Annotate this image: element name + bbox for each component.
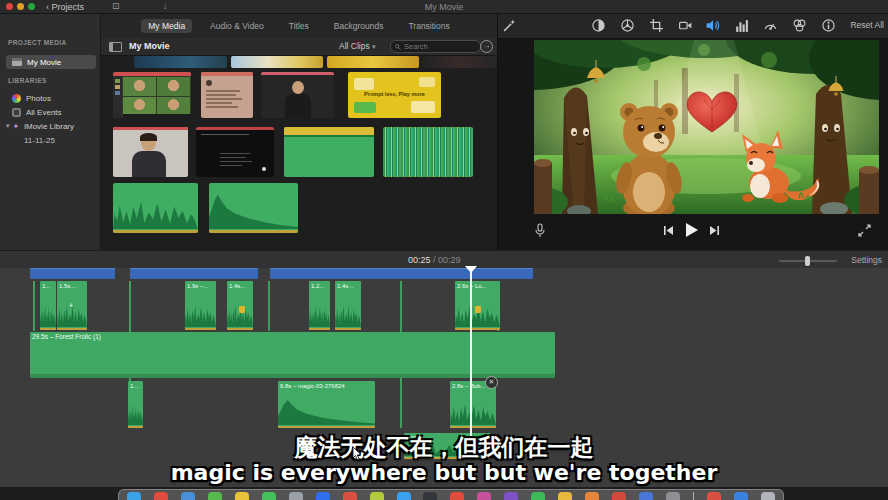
record-voiceover-icon[interactable] bbox=[534, 223, 546, 239]
media-thumbnail-webcam[interactable] bbox=[261, 72, 334, 118]
sidebar-item-my-movie[interactable]: My Movie bbox=[6, 55, 96, 69]
clip-bottom-strip bbox=[227, 328, 253, 330]
dock-app-icon[interactable] bbox=[450, 492, 464, 500]
settings-button[interactable]: Settings bbox=[851, 255, 882, 265]
timeline-clip[interactable]: 1... bbox=[40, 281, 56, 330]
media-thumbnail-collage[interactable] bbox=[113, 72, 191, 118]
media-thumbnail[interactable] bbox=[134, 56, 227, 68]
dock-app-icon[interactable] bbox=[558, 492, 572, 500]
media-thumbnail[interactable] bbox=[327, 56, 419, 68]
filters-icon[interactable] bbox=[792, 18, 807, 33]
media-thumbnail-document[interactable] bbox=[201, 72, 253, 118]
dock-app-icon[interactable] bbox=[316, 492, 330, 500]
sidebar-item-all-events[interactable]: All Events bbox=[6, 105, 96, 119]
timeline-clip[interactable]: 1.5s...+ bbox=[57, 281, 87, 330]
media-thumbnail-audio[interactable] bbox=[383, 127, 473, 177]
play-icon[interactable] bbox=[685, 222, 699, 238]
dock-app-icon[interactable] bbox=[289, 492, 303, 500]
imovie-window: ‹ Projects ⊡ ↓ My Movie PROJECT MEDIA My… bbox=[0, 0, 888, 500]
audio-waveform bbox=[450, 396, 496, 425]
dock-app-icon[interactable] bbox=[154, 492, 168, 500]
dock-app-icon[interactable] bbox=[343, 492, 357, 500]
timeline-segment-bar[interactable] bbox=[130, 268, 258, 279]
clip-close-button[interactable]: ✕ bbox=[485, 376, 498, 389]
dock-app-icon[interactable] bbox=[707, 492, 721, 500]
timeline-clip[interactable]: 2.6s – Lu... bbox=[455, 281, 500, 330]
media-thumbnail-webcam[interactable] bbox=[113, 127, 188, 177]
thumbnail-caption: Prompt less, Play more bbox=[348, 91, 441, 97]
info-icon[interactable] bbox=[821, 18, 836, 33]
macos-dock[interactable] bbox=[118, 489, 784, 500]
search-input[interactable] bbox=[404, 42, 464, 51]
dock-app-icon[interactable] bbox=[531, 492, 545, 500]
media-thumbnail-terminal[interactable] bbox=[196, 127, 274, 177]
sidebar-item-imovie-library[interactable]: ▾ ✦ iMovie Library bbox=[6, 119, 96, 133]
dock-app-icon[interactable] bbox=[423, 492, 437, 500]
media-thumbnail-audio[interactable] bbox=[113, 183, 198, 233]
skip-forward-icon[interactable] bbox=[709, 225, 720, 236]
color-balance-icon[interactable] bbox=[591, 18, 606, 33]
timeline-segment-bar[interactable] bbox=[30, 268, 115, 279]
sidebar-item-library-date[interactable]: 11-11-25 bbox=[6, 133, 96, 147]
timeline-clip[interactable]: 6.8s – magic-03-276824 bbox=[278, 381, 375, 428]
dock-app-icon[interactable] bbox=[612, 492, 626, 500]
dock-app-icon[interactable] bbox=[127, 492, 141, 500]
playhead[interactable] bbox=[470, 266, 472, 457]
sidebar-toggle-icon[interactable] bbox=[109, 42, 122, 52]
tab-titles[interactable]: Titles bbox=[282, 19, 316, 33]
video-preview[interactable] bbox=[534, 40, 879, 214]
media-thumbnail[interactable] bbox=[423, 56, 497, 68]
volume-icon[interactable] bbox=[705, 18, 720, 33]
crop-icon[interactable] bbox=[649, 18, 664, 33]
timeline-clip[interactable]: 1.9s –... bbox=[185, 281, 216, 330]
timeline-clip[interactable]: 2.8s – Bob...✕ bbox=[450, 381, 496, 428]
media-thumbnail[interactable] bbox=[231, 56, 323, 68]
timeline-clip[interactable]: 1... bbox=[128, 381, 143, 428]
preview-controls bbox=[498, 216, 888, 250]
clip-label: 6.8s – magic-03-276824 bbox=[278, 381, 375, 391]
search-box[interactable] bbox=[390, 40, 481, 53]
fullscreen-icon[interactable] bbox=[858, 224, 871, 237]
speed-icon[interactable] bbox=[763, 18, 778, 33]
magic-wand-icon[interactable] bbox=[502, 18, 517, 33]
dock-app-icon[interactable] bbox=[262, 492, 276, 500]
dock-app-icon[interactable] bbox=[235, 492, 249, 500]
dock-app-icon[interactable] bbox=[397, 492, 411, 500]
dock-app-icon[interactable] bbox=[666, 492, 680, 500]
dock-app-icon[interactable] bbox=[585, 492, 599, 500]
dock-app-icon[interactable] bbox=[370, 492, 384, 500]
timeline-clip[interactable]: 1.4s... bbox=[335, 281, 361, 330]
dock-app-icon[interactable] bbox=[761, 492, 775, 500]
tab-backgrounds[interactable]: Backgrounds bbox=[327, 19, 391, 33]
media-thumbnail-audio[interactable] bbox=[209, 183, 298, 233]
timeline-segment-bar[interactable] bbox=[270, 268, 533, 279]
stabilization-icon[interactable] bbox=[678, 18, 693, 33]
chevron-down-icon[interactable]: ▾ bbox=[6, 122, 10, 130]
clip-bottom-strip bbox=[455, 328, 500, 330]
timeline-clip[interactable]: 29.5s – Forest Frolic (1) bbox=[30, 332, 555, 378]
timeline-clip[interactable]: 1.4s... bbox=[227, 281, 253, 330]
color-wheel-icon[interactable] bbox=[620, 18, 635, 33]
tab-audio-video[interactable]: Audio & Video bbox=[203, 19, 271, 33]
clips-filter-dropdown[interactable]: All Clips ▾ bbox=[339, 41, 376, 51]
timeline-zoom-slider[interactable] bbox=[779, 260, 837, 262]
sidebar-item-photos[interactable]: Photos bbox=[6, 91, 96, 105]
tab-my-media[interactable]: My Media bbox=[141, 19, 192, 33]
timeline-clip[interactable]: 1.2... bbox=[309, 281, 330, 330]
dock-app-icon[interactable] bbox=[504, 492, 518, 500]
playhead-handle[interactable] bbox=[465, 266, 477, 273]
forward-arrow-icon[interactable]: → bbox=[480, 40, 493, 53]
media-thumbnail-audio[interactable] bbox=[284, 127, 374, 177]
dock-app-icon[interactable] bbox=[734, 492, 748, 500]
clip-body: 29.5s – Forest Frolic (1) bbox=[30, 332, 555, 378]
dock-app-icon[interactable] bbox=[477, 492, 491, 500]
tab-transitions[interactable]: Transitions bbox=[401, 19, 456, 33]
dock-app-icon[interactable] bbox=[181, 492, 195, 500]
dock-app-icon[interactable] bbox=[639, 492, 653, 500]
reset-all-button[interactable]: Reset All bbox=[850, 20, 884, 30]
dock-app-icon[interactable] bbox=[208, 492, 222, 500]
noise-reduction-icon[interactable] bbox=[734, 18, 749, 33]
zoom-slider-knob[interactable] bbox=[805, 256, 810, 266]
skip-back-icon[interactable] bbox=[663, 225, 674, 236]
media-thumbnail-yellow-page[interactable]: Prompt less, Play more bbox=[348, 72, 441, 118]
